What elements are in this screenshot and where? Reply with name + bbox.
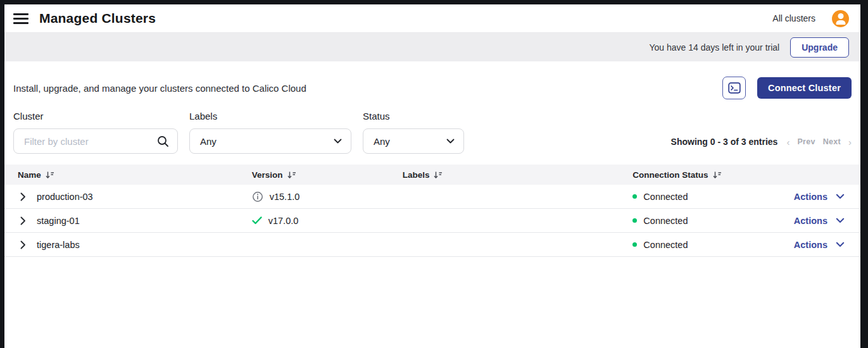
actions-menu-button[interactable]: Actions	[789, 216, 860, 226]
expand-row-button[interactable]	[18, 192, 27, 201]
sort-icon[interactable]	[287, 171, 296, 179]
trial-banner: You have 14 days left in your trial Upgr…	[4, 33, 860, 61]
labels-filter: Labels Any	[189, 111, 351, 154]
chevron-down-icon	[836, 242, 845, 247]
chevron-right-icon	[20, 192, 26, 201]
terminal-icon	[728, 82, 741, 94]
actions-button-label: Actions	[794, 240, 827, 250]
status-label: Connected	[643, 240, 688, 250]
user-avatar-icon[interactable]	[832, 10, 849, 27]
cluster-name-label: tigera-labs	[37, 240, 80, 250]
version-label: v17.0.0	[268, 216, 299, 226]
hamburger-menu-icon[interactable]	[13, 13, 28, 24]
chevron-down-icon	[836, 194, 845, 199]
status-dot	[632, 194, 637, 199]
prev-chevron-icon[interactable]: ‹	[786, 137, 789, 147]
sort-icon[interactable]	[713, 171, 722, 179]
prev-button[interactable]: Prev	[797, 137, 815, 146]
status-filter-label: Status	[363, 111, 464, 121]
labels-filter-value: Any	[200, 136, 217, 147]
search-icon	[156, 135, 170, 148]
expand-row-button[interactable]	[18, 240, 27, 249]
check-icon	[252, 216, 262, 225]
actions-button-label: Actions	[794, 192, 827, 202]
app-bar: Managed Clusters All clusters	[4, 4, 860, 33]
cluster-filter: Cluster	[13, 111, 178, 154]
upgrade-button[interactable]: Upgrade	[790, 37, 849, 58]
actions-button-label: Actions	[794, 216, 827, 226]
trial-message: You have 14 days left in your trial	[649, 42, 779, 53]
column-header-name[interactable]: Name	[4, 170, 252, 180]
status-filter-select[interactable]: Any	[363, 128, 464, 154]
status-dot	[632, 242, 637, 247]
table-row: tigera-labs Connected Actions	[4, 233, 860, 257]
table-header-row: Name Version	[4, 165, 860, 185]
labels-filter-label: Labels	[189, 111, 351, 121]
chevron-down-icon	[836, 218, 845, 223]
chevron-down-icon	[334, 139, 342, 144]
cluster-filter-label: Cluster	[13, 111, 178, 121]
next-button[interactable]: Next	[823, 137, 841, 146]
terminal-button[interactable]	[722, 77, 746, 99]
status-filter: Status Any	[363, 111, 464, 154]
chevron-right-icon	[20, 216, 26, 225]
sort-icon[interactable]	[434, 171, 443, 179]
page-title: Managed Clusters	[39, 11, 156, 26]
actions-menu-button[interactable]: Actions	[789, 192, 860, 202]
page-description: Install, upgrade, and manage your cluste…	[13, 83, 306, 94]
chevron-right-icon	[20, 240, 26, 249]
pagination: Showing 0 - 3 of 3 entries ‹ Prev Next ›	[671, 137, 852, 147]
info-icon[interactable]	[252, 191, 263, 202]
chevron-down-icon	[446, 139, 455, 144]
next-chevron-icon[interactable]: ›	[848, 137, 852, 147]
status-dot	[632, 218, 637, 223]
table-body: production-03 v15.1.0 Connected Actions	[4, 185, 860, 257]
app-window: Managed Clusters All clusters You have 1…	[4, 4, 860, 348]
table-row: staging-01 v17.0.0 Connected Actions	[4, 209, 860, 233]
clusters-table: Name Version	[4, 165, 860, 257]
connect-cluster-button[interactable]: Connect Cluster	[757, 77, 852, 99]
actions-menu-button[interactable]: Actions	[789, 240, 860, 250]
column-header-labels[interactable]: Labels	[403, 170, 633, 180]
cluster-filter-input[interactable]	[24, 136, 156, 147]
version-label: v15.1.0	[270, 192, 300, 202]
pagination-summary: Showing 0 - 3 of 3 entries	[671, 137, 778, 147]
status-label: Connected	[643, 192, 688, 202]
main-content: Install, upgrade, and manage your cluste…	[4, 61, 860, 348]
column-header-connection-status[interactable]: Connection Status	[632, 170, 789, 180]
labels-filter-select[interactable]: Any	[189, 128, 351, 154]
column-header-version[interactable]: Version	[252, 170, 403, 180]
cluster-name-label: production-03	[37, 192, 93, 202]
status-label: Connected	[643, 216, 688, 226]
cluster-name-label: staging-01	[37, 216, 80, 226]
sort-icon[interactable]	[46, 171, 54, 179]
table-row: production-03 v15.1.0 Connected Actions	[4, 185, 860, 209]
cluster-scope-label[interactable]: All clusters	[772, 13, 815, 23]
expand-row-button[interactable]	[18, 216, 27, 225]
status-filter-value: Any	[374, 136, 390, 147]
